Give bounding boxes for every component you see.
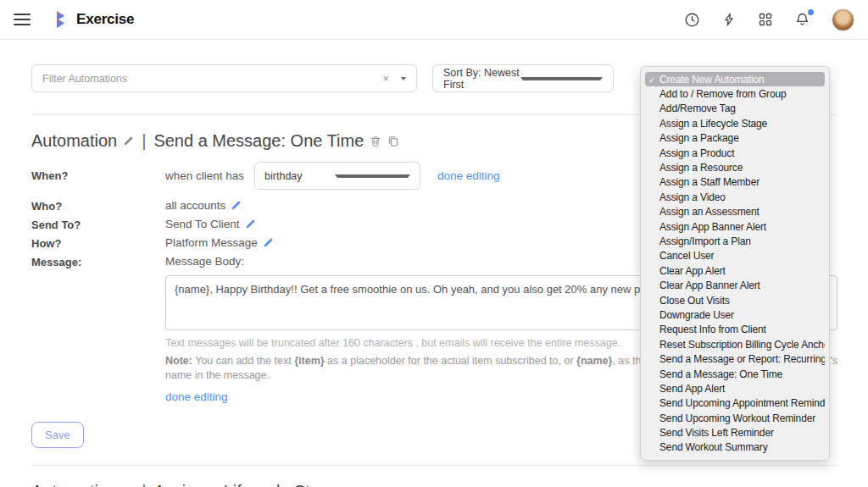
dropdown-item-label: Assign/Import a Plan: [659, 235, 751, 247]
dropdown-item-label: Request Info from Client: [659, 324, 766, 335]
dropdown-item[interactable]: Send a Message or Report: Recurring: [645, 351, 825, 366]
how-label: How?: [31, 235, 165, 250]
done-editing-link[interactable]: done editing: [437, 169, 500, 182]
dropdown-item-label: Assign App Banner Alert: [659, 221, 766, 233]
top-bar: Exercise: [0, 0, 868, 40]
dropdown-item-label: Close Out Visits: [659, 295, 730, 307]
sort-by-value: Sort By: Newest First: [443, 67, 520, 91]
automation-dropdown: ✓Create New AutomationAdd to / Remove fr…: [640, 66, 830, 461]
note-bold-label: Note:: [165, 355, 192, 367]
who-label: Who?: [31, 198, 165, 213]
dropdown-item-label: Send App Alert: [659, 383, 725, 395]
dropdown-item[interactable]: Assign a Staff Member: [645, 175, 825, 190]
notification-dot: [808, 9, 814, 15]
dropdown-item[interactable]: Send Visits Left Reminder: [645, 425, 825, 440]
apps-grid-icon[interactable]: [758, 12, 773, 27]
dropdown-item[interactable]: Assign App Banner Alert: [645, 219, 825, 234]
dropdown-item-label: Create New Automation: [659, 74, 765, 86]
dropdown-item[interactable]: Assign an Assessment: [645, 205, 825, 219]
filter-automations-input[interactable]: Filter Automations ×: [31, 64, 417, 92]
dropdown-item-label: Send a Message: One Time: [659, 368, 782, 380]
edit-pencil-icon[interactable]: [231, 200, 242, 211]
dropdown-item-label: Assign a Package: [659, 132, 739, 144]
when-select-value: birthday: [264, 170, 335, 182]
lightning-bolt-icon[interactable]: [721, 12, 737, 27]
dropdown-item[interactable]: Send a Message: One Time: [645, 367, 825, 381]
dropdown-item-label: Clear App Banner Alert: [659, 279, 760, 291]
brand-name: Exercise: [76, 11, 134, 28]
save-button[interactable]: Save: [31, 422, 84, 448]
dropdown-item[interactable]: Add to / Remove from Group: [645, 86, 825, 101]
dropdown-item-label: Clear App Alert: [659, 265, 726, 277]
dropdown-item[interactable]: Send App Alert: [645, 381, 825, 396]
message-body-label: Message Body:: [165, 255, 244, 268]
heading-prefix: Automation: [31, 131, 117, 151]
automation-section-two: Automation | Assign a Lifecycle Stage Wh…: [31, 482, 837, 487]
dropdown-item[interactable]: Send Upcoming Appointment Reminder: [645, 396, 825, 411]
dropdown-item-label: Send Workout Summary: [659, 441, 768, 453]
dropdown-item-label: Assign a Lifecycle Stage: [659, 118, 767, 130]
divider: [31, 465, 837, 466]
dropdown-item-label: Reset Subscription Billing Cycle Anchor: [659, 339, 825, 351]
dropdown-item[interactable]: Send Workout Summary: [645, 440, 825, 455]
dropdown-item-label: Assign a Video: [659, 191, 726, 203]
dropdown-item[interactable]: Send Upcoming Workout Reminder: [645, 411, 825, 425]
dropdown-item-label: Assign a Resource: [659, 162, 743, 174]
dropdown-item[interactable]: Assign a Resource: [645, 160, 825, 174]
dropdown-item[interactable]: Add/Remove Tag: [645, 102, 825, 116]
dropdown-item-label: Send a Message or Report: Recurring: [659, 353, 825, 365]
dropdown-item-label: Send Visits Left Reminder: [659, 427, 774, 439]
duplicate-copy-icon[interactable]: [387, 136, 399, 147]
dropdown-item[interactable]: Clear App Alert: [645, 263, 825, 278]
dropdown-item-label: Assign an Assessment: [659, 206, 760, 218]
chevron-down-icon: [520, 77, 603, 80]
chevron-down-icon: [401, 77, 406, 80]
history-clock-icon[interactable]: [684, 12, 700, 28]
item-token: {item}: [294, 355, 324, 367]
dropdown-item[interactable]: Assign a Product: [645, 146, 825, 160]
heading-divider: |: [140, 482, 147, 487]
dropdown-item-label: Assign a Staff Member: [659, 176, 760, 188]
dropdown-item-label: Assign a Product: [659, 147, 734, 159]
brand-logo[interactable]: Exercise: [53, 10, 134, 29]
heading-divider: |: [140, 131, 147, 151]
dropdown-item-label: Add/Remove Tag: [659, 102, 736, 114]
edit-pencil-icon[interactable]: [123, 136, 134, 147]
brand-logo-icon: [53, 10, 70, 29]
dropdown-item[interactable]: Assign a Lifecycle Stage: [645, 116, 825, 130]
dropdown-item[interactable]: Assign a Package: [645, 131, 825, 146]
dropdown-item-label: Cancel User: [659, 250, 714, 262]
user-avatar[interactable]: [832, 8, 854, 31]
dropdown-item[interactable]: Close Out Visits: [645, 293, 825, 307]
edit-pencil-icon[interactable]: [263, 237, 274, 248]
note-text: as a placeholder for the actual item sub…: [325, 355, 576, 367]
who-value: all accounts: [165, 199, 225, 212]
clear-filter-icon[interactable]: ×: [382, 72, 389, 85]
when-trigger-select[interactable]: birthday: [254, 162, 420, 190]
automation-two-title: Assign a Lifecycle Stage: [153, 482, 338, 487]
name-token: {name}: [576, 355, 612, 367]
filter-placeholder: Filter Automations: [42, 73, 382, 85]
note-text: You can add the text: [192, 355, 294, 367]
dropdown-item[interactable]: Downgrade User: [645, 307, 825, 322]
edit-pencil-icon[interactable]: [245, 219, 256, 230]
message-label: Message:: [31, 254, 165, 268]
hamburger-menu-icon[interactable]: [14, 14, 31, 25]
dropdown-item[interactable]: ✓Create New Automation: [645, 72, 825, 86]
dropdown-item[interactable]: Clear App Banner Alert: [645, 278, 825, 292]
dropdown-item[interactable]: Reset Subscription Billing Cycle Anchor: [645, 337, 825, 351]
notifications-bell-icon[interactable]: [794, 12, 810, 28]
dropdown-item[interactable]: Request Info from Client: [645, 323, 825, 337]
dropdown-item[interactable]: Assign/Import a Plan: [645, 234, 825, 248]
chevron-down-icon: [335, 174, 410, 178]
delete-trash-icon[interactable]: [370, 136, 381, 147]
dropdown-item[interactable]: Assign a Video: [645, 190, 825, 204]
heading-prefix: Automation: [31, 482, 117, 487]
sort-by-select[interactable]: Sort By: Newest First: [432, 64, 614, 92]
dropdown-item[interactable]: Cancel User: [645, 249, 825, 263]
automation-two-heading: Automation | Assign a Lifecycle Stage: [31, 482, 837, 487]
send-to-label: Send To?: [31, 217, 165, 231]
dropdown-item-label: Add to / Remove from Group: [659, 88, 787, 100]
dropdown-item-label: Downgrade User: [659, 309, 734, 321]
when-label: When?: [31, 162, 165, 190]
